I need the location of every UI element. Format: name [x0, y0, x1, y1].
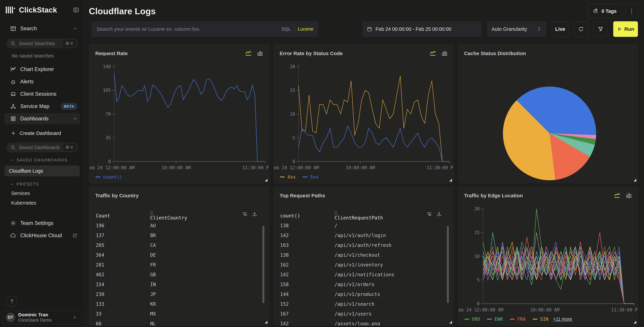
laptop-icon	[10, 91, 16, 97]
legend-item[interactable]: SIN	[533, 316, 548, 322]
table-row: 137BR	[96, 231, 251, 240]
event-search-box[interactable]: SQL Lucene	[91, 21, 318, 37]
query-toolbar: SQL Lucene Feb 24 00:00:00 - Feb 25 00:0…	[91, 21, 638, 37]
table-cell: 158	[280, 280, 334, 289]
mode-lucene[interactable]: Lucene	[298, 26, 314, 32]
saved-dashboard-label: Cloudflare Logs	[9, 168, 43, 174]
page-header: Cloudflare Logs 0 Tags ⋮	[89, 4, 638, 18]
sidebar-item-client-sessions[interactable]: Client Sessions	[4, 88, 80, 100]
table-cell: /api/v1/checkout	[334, 250, 435, 260]
filter-button[interactable]	[594, 21, 608, 37]
search-icon	[10, 41, 16, 46]
saved-dashboards-search[interactable]: ⌘ K	[6, 143, 78, 152]
live-label: Live	[555, 26, 565, 32]
create-dashboard-button[interactable]: Create Dashboard	[4, 128, 80, 138]
resize-handle[interactable]	[634, 321, 636, 323]
resize-handle[interactable]	[265, 179, 268, 181]
column-header[interactable]: Count	[96, 211, 150, 221]
resize-handle[interactable]	[450, 179, 452, 181]
bar-chart-toggle-icon[interactable]	[256, 50, 264, 57]
column-header[interactable]: ClientCountry	[150, 211, 251, 221]
bar-chart-toggle-icon[interactable]	[626, 192, 632, 199]
cache-status-pie-chart[interactable]	[503, 87, 596, 180]
series-line	[483, 247, 634, 304]
svg-text:0: 0	[477, 301, 480, 306]
legend-more-link[interactable]: +11 more	[553, 316, 572, 322]
refresh-button[interactable]	[574, 21, 588, 37]
saved-searches-input[interactable]	[18, 41, 60, 47]
sidebar-item-chart-explorer[interactable]: Chart Explorer	[4, 64, 80, 75]
page-title: Cloudflare Logs	[89, 6, 156, 16]
line-chart-toggle-icon[interactable]	[429, 50, 437, 57]
sidebar-item-clickhouse-cloud[interactable]: ClickHouse Cloud	[4, 230, 80, 241]
sidebar-item-alerts[interactable]: Alerts	[4, 76, 80, 87]
drag-handle-icon[interactable]	[150, 211, 153, 215]
help-button[interactable]: ?	[6, 296, 17, 307]
sidebar-item-label: Search	[20, 26, 37, 32]
no-saved-searches-text: No saved searches	[12, 53, 84, 59]
avatar: DT	[6, 313, 15, 322]
sidebar-item-cloudflare-logs[interactable]: Cloudflare Logs	[4, 166, 80, 176]
series-line	[483, 247, 634, 304]
time-range-picker[interactable]: Feb 24 00:00:00 - Feb 25 00:00:00	[362, 21, 482, 37]
legend-item[interactable]: count()	[96, 174, 122, 180]
sidebar-item-search[interactable]: Search	[4, 23, 80, 34]
saved-searches-search[interactable]: ⌘ K	[6, 39, 78, 48]
top-request-paths-table: count()ClientRequestPath138/142/api/v1/a…	[280, 211, 435, 326]
table-cell: 142	[280, 270, 334, 280]
sidebar-item-label: Alerts	[20, 79, 34, 85]
user-name: Dominic Tran	[18, 312, 52, 318]
chevron-down-icon	[10, 182, 14, 186]
presets-section-toggle[interactable]: PRESETS	[10, 182, 84, 186]
scrollbar-thumb[interactable]	[447, 226, 449, 303]
legend-label: 5xx	[310, 174, 318, 180]
chart-explorer-icon	[10, 66, 16, 72]
live-button[interactable]: Live	[552, 21, 568, 37]
legend-label: SIN	[540, 316, 548, 322]
tags-button[interactable]: 0 Tags	[588, 4, 622, 18]
sidebar-item-dashboards[interactable]: Dashboards	[4, 113, 80, 124]
drag-handle-icon[interactable]	[334, 211, 337, 215]
resize-handle[interactable]	[265, 321, 268, 323]
resize-handle[interactable]	[450, 321, 452, 323]
table-cell: 462	[96, 270, 150, 280]
more-menu-button[interactable]: ⋮	[625, 4, 638, 18]
legend-label: EWR	[494, 316, 503, 322]
table-row: 364DE	[96, 250, 251, 260]
legend-item[interactable]: EWR	[487, 316, 503, 322]
series-line	[483, 247, 634, 304]
mode-sql[interactable]: SQL	[281, 26, 291, 32]
series-line	[483, 247, 634, 304]
legend-label: 4xx	[287, 174, 296, 180]
resize-handle[interactable]	[634, 179, 636, 181]
sidebar-item-team-settings[interactable]: Team Settings	[4, 218, 80, 229]
sidebar-collapse-icon[interactable]	[73, 7, 79, 13]
scrollbar-thumb[interactable]	[262, 226, 264, 303]
column-header[interactable]: ClientRequestPath	[334, 211, 435, 221]
legend-dash	[510, 319, 514, 319]
bar-chart-toggle-icon[interactable]	[441, 50, 448, 57]
legend-label: FRA	[517, 316, 526, 322]
legend-item[interactable]: 5xx	[303, 174, 318, 180]
event-search-input[interactable]	[96, 26, 278, 32]
chart-legend: 4xx5xx	[280, 173, 318, 181]
search-section-icon	[10, 26, 16, 32]
table-header-row: CountClientCountry	[96, 211, 251, 221]
sidebar-item-service-map[interactable]: Service Map BETA	[4, 101, 80, 112]
sidebar-item-kubernetes[interactable]: Kubernetes	[11, 200, 84, 206]
line-chart-toggle-icon[interactable]	[245, 50, 252, 57]
chevron-up-icon	[73, 116, 77, 121]
run-button[interactable]: Run	[613, 21, 638, 37]
legend-item[interactable]: ORD	[464, 316, 480, 322]
edge-location-plot: 05101520eb 24 12:00:00 AM10:00:00 AM11:3…	[458, 200, 638, 315]
app-title: ClickStack	[19, 6, 57, 14]
saved-dashboards-section-toggle[interactable]: SAVED DASHBOARDS	[10, 158, 84, 162]
legend-item[interactable]: 4xx	[280, 174, 296, 180]
user-menu[interactable]: DT Dominic Tran ClickStack Demo	[3, 310, 82, 324]
saved-dashboards-input[interactable]	[18, 145, 60, 150]
column-header[interactable]: count()	[280, 211, 334, 221]
granularity-select[interactable]: Auto Granularity	[487, 21, 546, 37]
line-chart-toggle-icon[interactable]	[614, 192, 621, 199]
legend-item[interactable]: FRA	[510, 316, 526, 322]
sidebar-item-services[interactable]: Services	[11, 191, 84, 196]
